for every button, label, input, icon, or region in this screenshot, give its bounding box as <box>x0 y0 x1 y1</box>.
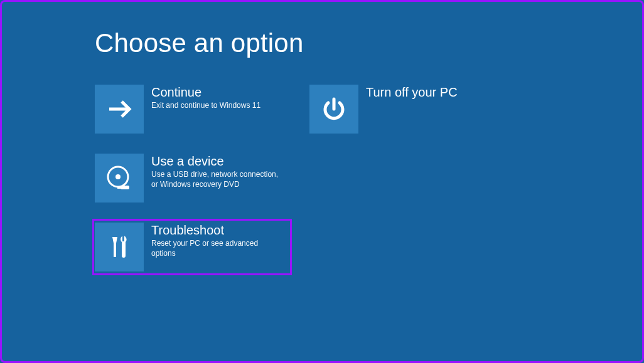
option-text: Troubleshoot Reset your PC or see advanc… <box>144 223 283 258</box>
svg-rect-3 <box>117 186 121 189</box>
option-title: Troubleshoot <box>151 223 283 238</box>
recovery-container: Choose an option Continue Exit and conti… <box>2 2 642 295</box>
option-troubleshoot[interactable]: Troubleshoot Reset your PC or see advanc… <box>92 219 288 275</box>
option-continue[interactable]: Continue Exit and continue to Windows 11 <box>95 85 291 134</box>
arrow-right-icon <box>95 85 144 134</box>
option-desc: Use a USB drive, network connection, or … <box>151 170 283 189</box>
options-grid: Continue Exit and continue to Windows 11… <box>95 85 642 295</box>
option-text: Continue Exit and continue to Windows 11 <box>144 85 260 111</box>
power-icon <box>309 85 358 134</box>
options-column-left: Continue Exit and continue to Windows 11… <box>95 85 309 295</box>
option-title: Continue <box>151 85 260 100</box>
svg-rect-4 <box>114 242 116 257</box>
option-text: Turn off your PC <box>358 85 458 101</box>
svg-rect-2 <box>121 186 129 189</box>
options-column-right: Turn off your PC <box>309 85 524 295</box>
svg-point-1 <box>115 174 121 179</box>
option-desc: Exit and continue to Windows 11 <box>151 101 260 111</box>
option-text: Use a device Use a USB drive, network co… <box>144 154 283 189</box>
page-title: Choose an option <box>95 28 642 58</box>
option-desc: Reset your PC or see advanced options <box>151 239 283 258</box>
option-title: Turn off your PC <box>366 85 458 100</box>
disc-icon <box>95 154 144 203</box>
option-title: Use a device <box>151 154 283 169</box>
tools-icon <box>95 223 144 271</box>
svg-rect-5 <box>122 236 124 241</box>
option-turn-off[interactable]: Turn off your PC <box>309 85 505 134</box>
option-use-device[interactable]: Use a device Use a USB drive, network co… <box>95 154 291 203</box>
